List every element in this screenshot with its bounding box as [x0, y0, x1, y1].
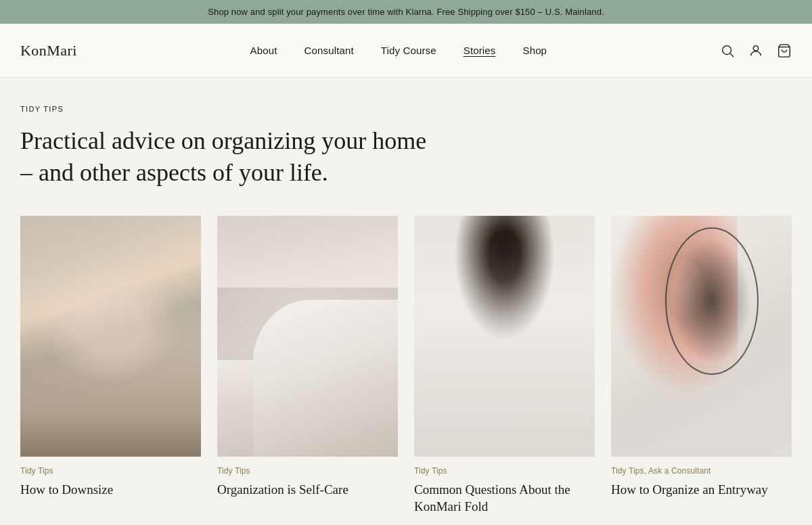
article-image — [217, 216, 398, 457]
site-header: KonMari About Consultant Tidy Course Sto… — [0, 24, 812, 78]
main-content: TIDY TIPS Practical advice on organizing… — [0, 78, 812, 525]
page-title: Practical advice on organizing your home… — [20, 125, 440, 189]
header-actions — [720, 43, 792, 58]
article-card[interactable]: Tidy Tips Organization is Self-Care — [217, 216, 398, 516]
article-category: Tidy Tips — [20, 466, 201, 476]
article-image — [414, 216, 595, 457]
announcement-text: Shop now and split your payments over ti… — [208, 7, 604, 17]
site-logo[interactable]: KonMari — [20, 42, 77, 60]
section-label: TIDY TIPS — [20, 105, 792, 113]
cart-icon[interactable] — [777, 43, 792, 58]
nav-tidy-course[interactable]: Tidy Course — [381, 45, 436, 56]
announcement-banner: Shop now and split your payments over ti… — [0, 0, 812, 24]
article-category: Tidy Tips — [414, 466, 595, 476]
article-image — [611, 216, 792, 457]
nav-consultant[interactable]: Consultant — [304, 45, 354, 56]
article-card[interactable]: Tidy Tips How to Downsize — [20, 216, 201, 516]
search-icon[interactable] — [720, 43, 735, 58]
svg-line-1 — [730, 53, 734, 57]
nav-stories[interactable]: Stories — [464, 45, 496, 56]
article-title: Organization is Self-Care — [217, 481, 398, 499]
svg-point-0 — [723, 45, 731, 54]
svg-point-2 — [753, 45, 758, 50]
account-icon[interactable] — [748, 43, 763, 58]
article-category: Tidy Tips, Ask a Consultant — [611, 466, 792, 476]
nav-about[interactable]: About — [250, 45, 277, 56]
main-nav: About Consultant Tidy Course Stories Sho… — [250, 45, 547, 56]
article-card[interactable]: Tidy Tips, Ask a Consultant How to Organ… — [611, 216, 792, 516]
nav-shop[interactable]: Shop — [522, 45, 547, 56]
article-title: How to Downsize — [20, 481, 201, 499]
article-title: How to Organize an Entryway — [611, 481, 792, 499]
article-card[interactable]: Tidy Tips Common Questions About the Kon… — [414, 216, 595, 516]
article-title: Common Questions About the KonMari Fold — [414, 481, 595, 516]
article-category: Tidy Tips — [217, 466, 398, 476]
articles-grid: Tidy Tips How to Downsize Tidy Tips Orga… — [20, 216, 792, 516]
article-image — [20, 216, 201, 457]
